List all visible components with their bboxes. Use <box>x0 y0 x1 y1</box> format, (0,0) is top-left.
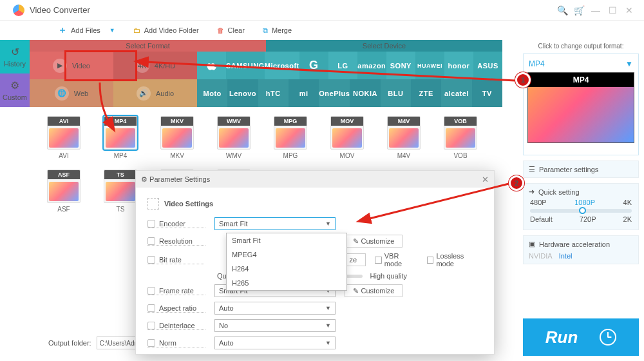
encoder-option-h265[interactable]: H265 <box>227 276 346 290</box>
svg-line-0 <box>145 62 515 81</box>
encoder-dropdown: Smart Fit MPEG4 H264 H265 <box>226 233 347 291</box>
annotation-arrow-1: ✱ <box>0 0 644 361</box>
encoder-option-mpeg4[interactable]: MPEG4 <box>227 248 346 262</box>
encoder-option-smartfit[interactable]: Smart Fit <box>227 233 346 248</box>
svg-line-1 <box>367 184 509 219</box>
encoder-option-h264[interactable]: H264 <box>227 262 346 276</box>
